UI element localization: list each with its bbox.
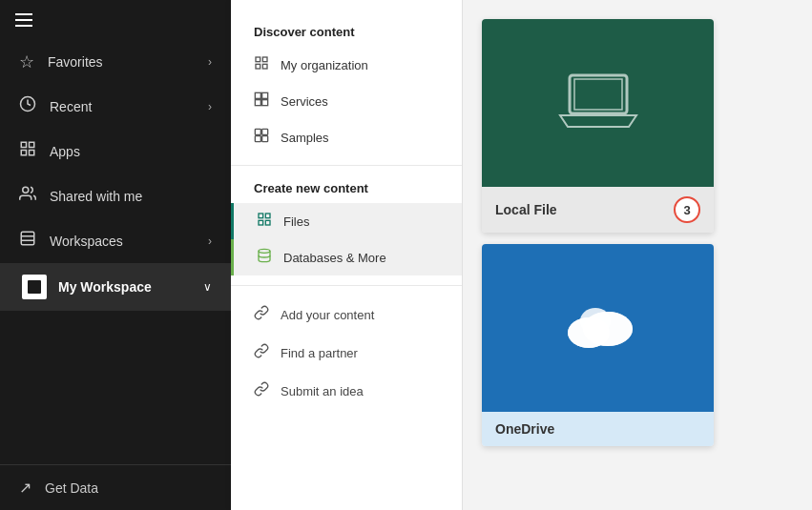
my-org-icon (254, 55, 269, 74)
panel-item-label: Services (281, 94, 328, 109)
databases-icon (257, 248, 272, 267)
chevron-down-icon: ∨ (203, 280, 212, 294)
sidebar-header (0, 0, 231, 40)
svg-point-26 (259, 249, 270, 253)
get-data-button[interactable]: ↗ Get Data (0, 465, 231, 510)
workspaces-icon (19, 230, 36, 252)
create-section-title: Create new content (231, 175, 462, 203)
sidebar-item-label: Apps (50, 144, 212, 159)
svg-rect-14 (255, 92, 260, 98)
shared-icon (19, 185, 36, 207)
sidebar: ☆ Favorites › Recent › Apps Shared with … (0, 0, 231, 510)
panel-item-find-partner[interactable]: Find a partner (231, 334, 462, 372)
chevron-right-icon: › (208, 100, 212, 113)
card-footer-onedrive: OneDrive (482, 412, 714, 446)
svg-rect-9 (28, 280, 41, 294)
services-icon (254, 92, 269, 111)
svg-rect-3 (21, 151, 26, 155)
samples-icon (254, 128, 269, 147)
svg-rect-20 (255, 136, 260, 142)
main-content: Local File 3 OneDrive (463, 0, 812, 510)
submit-idea-icon (254, 381, 269, 400)
svg-rect-11 (262, 57, 267, 62)
chevron-right-icon: › (208, 235, 212, 248)
svg-rect-22 (259, 214, 263, 218)
panel-item-add-content[interactable]: Add your content (231, 296, 462, 334)
svg-rect-10 (256, 57, 260, 62)
sidebar-item-my-workspace[interactable]: My Workspace ∨ (0, 263, 231, 311)
local-file-card[interactable]: Local File 3 (482, 19, 714, 233)
svg-rect-13 (262, 64, 267, 69)
sidebar-item-label: My Workspace (58, 279, 203, 295)
badge-count: 3 (674, 196, 700, 223)
svg-rect-18 (255, 129, 260, 134)
panel-item-label: Databases & More (283, 251, 386, 265)
cloud-icon (555, 293, 641, 363)
svg-point-5 (23, 187, 29, 193)
svg-rect-17 (262, 100, 268, 106)
sidebar-footer: ↗ Get Data (0, 464, 231, 510)
add-content-icon (254, 305, 269, 324)
sidebar-item-recent[interactable]: Recent › (0, 84, 231, 129)
svg-rect-15 (262, 92, 268, 98)
svg-rect-25 (265, 220, 270, 225)
panel-item-submit-idea[interactable]: Submit an idea (231, 372, 462, 410)
panel-item-label: Add your content (281, 308, 374, 322)
card-title: OneDrive (495, 421, 554, 437)
find-partner-icon (254, 343, 269, 362)
svg-rect-21 (262, 136, 268, 142)
card-visual-local-file (482, 19, 714, 187)
svg-rect-6 (21, 232, 34, 245)
svg-rect-28 (574, 79, 622, 110)
panel-item-label: Files (283, 214, 309, 229)
svg-rect-16 (255, 100, 260, 106)
svg-rect-4 (30, 151, 34, 155)
sidebar-item-label: Recent (50, 99, 208, 114)
sidebar-item-label: Shared with me (50, 189, 212, 204)
card-title: Local File (495, 202, 557, 217)
panel-item-label: Find a partner (281, 346, 358, 360)
panel-item-label: Submit an idea (281, 384, 364, 398)
laptop-icon (555, 68, 641, 138)
card-grid: Local File 3 OneDrive (482, 19, 793, 446)
svg-rect-24 (259, 220, 263, 225)
chevron-right-icon: › (208, 55, 212, 69)
panel-item-services[interactable]: Services (231, 83, 462, 119)
panel-item-files[interactable]: Files (231, 203, 462, 239)
get-data-label: Get Data (45, 480, 98, 496)
section-divider (231, 165, 462, 166)
discover-section-title: Discover content (231, 19, 462, 47)
panel-item-my-org[interactable]: My organization (231, 47, 462, 83)
card-footer-local-file: Local File 3 (482, 187, 714, 233)
panel-item-databases[interactable]: Databases & More (231, 239, 462, 275)
onedrive-card[interactable]: OneDrive (482, 244, 714, 446)
panel-item-samples[interactable]: Samples (231, 119, 462, 155)
sidebar-item-workspaces[interactable]: Workspaces › (0, 218, 231, 263)
card-visual-onedrive (482, 244, 714, 412)
sidebar-item-label: Workspaces (50, 234, 208, 249)
sidebar-item-shared[interactable]: Shared with me (0, 173, 231, 218)
svg-rect-2 (30, 142, 34, 147)
get-data-icon: ↗ (19, 479, 31, 497)
files-icon (257, 212, 272, 231)
sidebar-item-label: Favorites (48, 54, 208, 70)
favorites-icon: ☆ (19, 51, 34, 72)
svg-point-33 (580, 308, 611, 335)
panel-item-label: Samples (281, 131, 329, 145)
sidebar-item-apps[interactable]: Apps (0, 129, 231, 173)
section-divider-2 (231, 285, 462, 286)
svg-rect-19 (262, 129, 268, 134)
apps-icon (19, 140, 36, 162)
hamburger-menu-icon[interactable] (15, 13, 32, 27)
svg-rect-12 (256, 64, 260, 69)
svg-rect-23 (265, 214, 270, 218)
dropdown-panel: Discover content My organization Service… (231, 0, 463, 510)
recent-icon (19, 95, 36, 117)
workspace-thumbnail-icon (22, 275, 47, 299)
sidebar-item-favorites[interactable]: ☆ Favorites › (0, 40, 231, 84)
svg-rect-1 (21, 142, 26, 147)
panel-item-label: My organization (281, 58, 368, 72)
